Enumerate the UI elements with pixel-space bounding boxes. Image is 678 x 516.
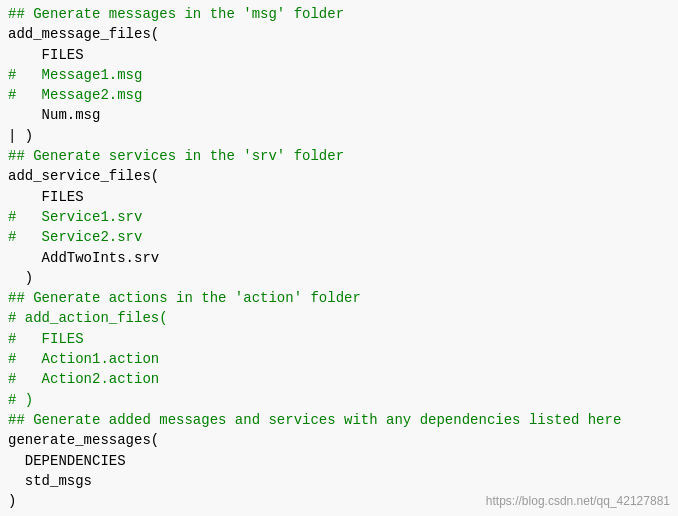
code-line-17: # add_action_files( bbox=[0, 308, 678, 328]
code-line-13: AddTwoInts.srv bbox=[0, 248, 678, 268]
code-line-8: ## Generate services in the 'srv' folder bbox=[0, 146, 678, 166]
code-line-1: add_message_files( bbox=[0, 24, 678, 44]
code-line-10: FILES bbox=[0, 187, 678, 207]
code-line-2: FILES bbox=[0, 45, 678, 65]
code-line-26: std_msgs bbox=[0, 471, 678, 491]
code-line-16: ## Generate actions in the 'action' fold… bbox=[0, 288, 678, 308]
code-line-11: # Service1.srv bbox=[0, 207, 678, 227]
code-line-3: # Message1.msg bbox=[0, 65, 678, 85]
code-line-12: # Service2.srv bbox=[0, 227, 678, 247]
code-line-6: | ) bbox=[0, 126, 678, 146]
code-line-9: add_service_files( bbox=[0, 166, 678, 186]
code-line-18: # FILES bbox=[0, 329, 678, 349]
code-line-4: # Message2.msg bbox=[0, 85, 678, 105]
code-line-23: ## Generate added messages and services … bbox=[0, 410, 678, 430]
code-line-20: # Action2.action bbox=[0, 369, 678, 389]
code-line-24: generate_messages( bbox=[0, 430, 678, 450]
code-line-14: ) bbox=[0, 268, 678, 288]
code-line-5: Num.msg bbox=[0, 105, 678, 125]
watermark: https://blog.csdn.net/qq_42127881 bbox=[486, 494, 670, 508]
code-line-19: # Action1.action bbox=[0, 349, 678, 369]
code-container: ## Generate messages in the 'msg' folder… bbox=[0, 0, 678, 516]
code-line-21: # ) bbox=[0, 390, 678, 410]
code-line-25: DEPENDENCIES bbox=[0, 451, 678, 471]
code-line-0: ## Generate messages in the 'msg' folder bbox=[0, 4, 678, 24]
